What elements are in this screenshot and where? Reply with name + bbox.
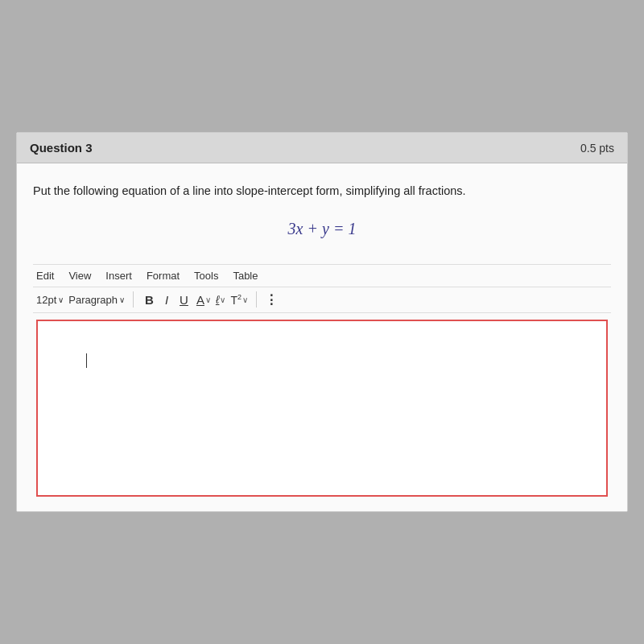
question-card: Question 3 0.5 pts Put the following equ… bbox=[16, 132, 628, 512]
highlight-button[interactable]: ℓ ∨ bbox=[216, 293, 226, 306]
font-color-icon: A bbox=[196, 293, 204, 307]
font-size-value: 12pt bbox=[36, 294, 56, 306]
bold-button[interactable]: B bbox=[142, 291, 157, 308]
paragraph-selector[interactable]: Paragraph ∨ bbox=[68, 294, 125, 306]
menu-view[interactable]: View bbox=[68, 270, 91, 282]
answer-text-area[interactable] bbox=[36, 320, 608, 497]
question-body: Put the following equation of a line int… bbox=[17, 163, 627, 511]
toolbar-divider-2 bbox=[256, 291, 257, 308]
toolbar-menu: Edit View Insert Format Tools Table bbox=[33, 264, 611, 287]
superscript-chevron: ∨ bbox=[242, 295, 248, 304]
paragraph-value: Paragraph bbox=[68, 294, 118, 306]
equation-container: 3x + y = 1 bbox=[33, 220, 611, 238]
menu-insert[interactable]: Insert bbox=[105, 270, 132, 282]
format-bar: 12pt ∨ Paragraph ∨ B I U A ∨ ℓ ∨ T2 ∨ bbox=[33, 287, 611, 313]
question-text: Put the following equation of a line int… bbox=[33, 183, 611, 200]
font-size-selector[interactable]: 12pt ∨ bbox=[36, 294, 64, 306]
highlight-chevron: ∨ bbox=[220, 295, 225, 304]
font-size-chevron: ∨ bbox=[58, 295, 64, 304]
font-color-button[interactable]: A ∨ bbox=[196, 293, 211, 307]
highlight-icon: ℓ bbox=[216, 293, 220, 306]
question-header: Question 3 0.5 pts bbox=[17, 133, 627, 163]
equation-display: 3x + y = 1 bbox=[288, 220, 357, 237]
menu-edit[interactable]: Edit bbox=[36, 270, 54, 282]
menu-format[interactable]: Format bbox=[147, 270, 180, 282]
underline-button[interactable]: U bbox=[176, 291, 192, 308]
superscript-icon: T2 bbox=[230, 293, 242, 307]
menu-tools[interactable]: Tools bbox=[194, 270, 218, 282]
superscript-button[interactable]: T2 ∨ bbox=[230, 293, 248, 307]
question-points: 0.5 pts bbox=[580, 142, 614, 155]
question-title: Question 3 bbox=[30, 141, 93, 155]
more-options-button[interactable]: ⋮ bbox=[265, 292, 279, 308]
text-cursor bbox=[86, 353, 87, 368]
menu-table[interactable]: Table bbox=[233, 270, 258, 282]
italic-button[interactable]: I bbox=[162, 291, 171, 308]
paragraph-chevron: ∨ bbox=[119, 295, 125, 304]
toolbar-divider bbox=[133, 291, 134, 308]
font-color-chevron: ∨ bbox=[205, 295, 211, 304]
